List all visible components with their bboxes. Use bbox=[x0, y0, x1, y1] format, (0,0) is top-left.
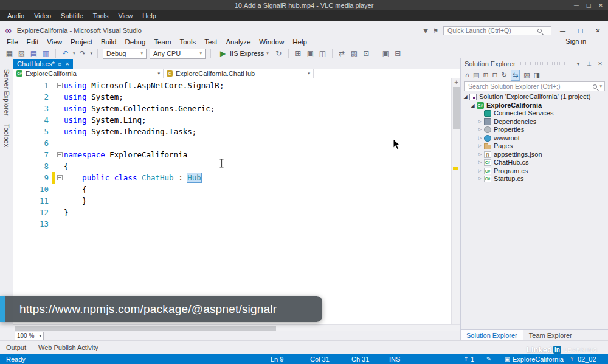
vs-menu-edit[interactable]: Edit bbox=[22, 38, 43, 46]
open-file-icon[interactable]: ▨ bbox=[17, 48, 26, 59]
redo-dropdown-icon[interactable]: ▾ bbox=[91, 51, 93, 56]
save-all-icon[interactable]: ▥ bbox=[41, 48, 50, 59]
code-line[interactable]: 6 bbox=[13, 137, 451, 149]
vs-close-button[interactable]: ✕ bbox=[592, 27, 604, 34]
home-icon[interactable]: ⌂ bbox=[465, 70, 469, 80]
editor-vertical-scrollbar[interactable]: + bbox=[451, 78, 460, 324]
vs-restore-button[interactable]: □ bbox=[574, 27, 587, 34]
platform-dropdown[interactable]: Any CPU ▾ bbox=[150, 49, 206, 59]
fold-column[interactable] bbox=[55, 184, 64, 195]
toolbar-icon-4[interactable]: ⇄ bbox=[337, 48, 347, 59]
code-line[interactable]: 4using System.Linq; bbox=[13, 114, 451, 126]
panel-grip[interactable] bbox=[520, 62, 569, 65]
vs-menu-help[interactable]: Help bbox=[288, 38, 311, 46]
code-line[interactable]: 9− public class ChatHub : Hub bbox=[13, 172, 451, 184]
redo-icon[interactable]: ↷ bbox=[78, 48, 88, 59]
line-number[interactable]: 12 bbox=[13, 207, 52, 218]
code-text[interactable]: using System.Collections.Generic; bbox=[64, 103, 215, 114]
tree-item-explorecalifornia[interactable]: ◢C#ExploreCalifornia bbox=[461, 101, 608, 110]
tree-collapsed-icon[interactable]: ▷ bbox=[477, 134, 483, 143]
line-number[interactable]: 11 bbox=[13, 195, 52, 207]
scrollbar-thumb[interactable] bbox=[15, 326, 276, 331]
vs-menu-team[interactable]: Team bbox=[150, 38, 175, 46]
fold-column[interactable] bbox=[55, 103, 64, 114]
line-number[interactable]: 10 bbox=[13, 184, 52, 195]
code-editor[interactable]: 1−using Microsoft.AspNetCore.SignalR;2us… bbox=[13, 78, 451, 324]
type-dropdown[interactable]: C ExploreCalifornia.ChatHub ▾ bbox=[164, 69, 314, 78]
tree-item-chathub-cs[interactable]: ▷C#ChatHub.cs bbox=[461, 159, 608, 167]
fold-column[interactable] bbox=[55, 137, 64, 149]
tree-item-solution-explorecalifornia-1-project[interactable]: ◢Solution 'ExploreCalifornia' (1 project… bbox=[461, 93, 608, 101]
tree-collapsed-icon[interactable]: ▷ bbox=[477, 126, 483, 134]
line-number[interactable]: 7 bbox=[13, 149, 52, 160]
quick-launch-input[interactable] bbox=[446, 26, 537, 35]
feedback-icon[interactable]: ▼ bbox=[423, 27, 428, 34]
document-tab-chathub[interactable]: ChatHub.cs* ▫ ✕ bbox=[13, 59, 73, 69]
vs-menu-file[interactable]: File bbox=[2, 38, 22, 46]
vs-menu-view[interactable]: View bbox=[43, 38, 66, 46]
flag-icon[interactable]: ⚑ bbox=[433, 27, 438, 34]
refresh-icon[interactable]: ↻ bbox=[274, 48, 283, 59]
line-number[interactable]: 8 bbox=[13, 160, 52, 172]
code-text[interactable]: using System.Linq; bbox=[64, 114, 146, 126]
vs-menu-debug[interactable]: Debug bbox=[120, 38, 150, 46]
code-text[interactable]: using System.Threading.Tasks; bbox=[64, 126, 196, 137]
status-repository[interactable]: ExploreCalifornia bbox=[513, 354, 564, 364]
project-dropdown[interactable]: C# ExploreCalifornia ▾ bbox=[13, 69, 164, 78]
toolbar-icon-6[interactable]: ⊡ bbox=[362, 48, 371, 59]
solution-search-box[interactable]: ▾ bbox=[464, 81, 605, 91]
repo-icon[interactable]: ▣ bbox=[505, 354, 510, 364]
fold-column[interactable] bbox=[55, 126, 64, 137]
tree-collapsed-icon[interactable]: ▷ bbox=[477, 175, 483, 184]
vlc-menu-tools[interactable]: Tools bbox=[88, 12, 114, 19]
fold-toggle-icon[interactable]: − bbox=[57, 175, 63, 180]
solution-explorer-header[interactable]: Solution Explorer ▾ ⊥ ✕ bbox=[461, 58, 608, 69]
push-count[interactable]: 1 bbox=[471, 354, 474, 364]
tree-item-program-cs[interactable]: ▷C#Program.cs bbox=[461, 167, 608, 176]
code-text[interactable]: using Microsoft.AspNetCore.SignalR; bbox=[64, 80, 224, 91]
pin-icon[interactable]: ⊥ bbox=[585, 61, 593, 67]
save-icon[interactable]: ▤ bbox=[29, 48, 38, 59]
line-number[interactable]: 9 bbox=[13, 172, 52, 184]
tree-item-wwwroot[interactable]: ▷wwwroot bbox=[461, 134, 608, 143]
vlc-menu-audio[interactable]: Audio bbox=[2, 12, 29, 19]
fold-column[interactable] bbox=[55, 218, 64, 230]
tree-collapsed-icon[interactable]: ▷ bbox=[477, 118, 483, 126]
tree-item-properties[interactable]: ▷Properties bbox=[461, 126, 608, 134]
vs-menu-build[interactable]: Build bbox=[97, 38, 121, 46]
code-text[interactable]: public class ChatHub : Hub bbox=[64, 172, 202, 184]
configuration-dropdown[interactable]: Debug ▾ bbox=[103, 49, 147, 59]
vs-menu-test[interactable]: Test bbox=[200, 38, 221, 46]
code-line[interactable]: 7−namespace ExploreCalifornia bbox=[13, 149, 451, 160]
vlc-menu-subtitle[interactable]: Subtitle bbox=[56, 12, 88, 19]
tab-popout-icon[interactable]: ▫ bbox=[58, 61, 61, 67]
refresh-icon[interactable]: ↻ bbox=[502, 70, 507, 80]
sign-in-link[interactable]: Sign in bbox=[565, 38, 586, 45]
toolbar-icon-1[interactable]: ⊞ bbox=[294, 48, 303, 59]
code-text[interactable]: { bbox=[64, 184, 87, 195]
show-all-files-icon[interactable]: ▤ bbox=[473, 70, 479, 80]
vlc-close-button[interactable]: ✕ bbox=[595, 2, 607, 9]
code-text[interactable]: namespace ExploreCalifornia bbox=[64, 149, 187, 160]
vs-menu-project[interactable]: Project bbox=[66, 38, 97, 46]
tree-expanded-icon[interactable]: ◢ bbox=[469, 101, 476, 110]
tree-item-appsettings-json[interactable]: ▷{}appsettings.json bbox=[461, 151, 608, 159]
vlc-minimize-button[interactable]: — bbox=[570, 2, 582, 9]
line-number[interactable]: 3 bbox=[13, 103, 52, 114]
vs-menu-analyze[interactable]: Analyze bbox=[221, 38, 255, 46]
code-line[interactable]: 2using System; bbox=[13, 91, 451, 103]
vlc-menu-view[interactable]: View bbox=[113, 12, 137, 19]
toolbox-tab[interactable]: Toolbox bbox=[3, 124, 10, 147]
branch-icon[interactable]: Y bbox=[570, 354, 574, 364]
pending-edits-icon[interactable]: ✎ bbox=[486, 354, 491, 364]
vs-menu-tools[interactable]: Tools bbox=[175, 38, 200, 46]
fold-column[interactable] bbox=[55, 91, 64, 103]
tab-team-explorer[interactable]: Team Explorer bbox=[523, 330, 578, 340]
tree-item-startup-cs[interactable]: ▷C#Startup.cs bbox=[461, 175, 608, 184]
line-number[interactable]: 6 bbox=[13, 137, 52, 149]
quick-launch-box[interactable] bbox=[443, 26, 551, 35]
code-text[interactable]: { bbox=[64, 160, 69, 172]
window-position-icon[interactable]: ▾ bbox=[574, 61, 582, 67]
toolbar-icon-2[interactable]: ▣ bbox=[306, 48, 315, 59]
video-frame[interactable]: ∞ ExploreCalifornia - Microsoft Visual S… bbox=[0, 21, 608, 364]
